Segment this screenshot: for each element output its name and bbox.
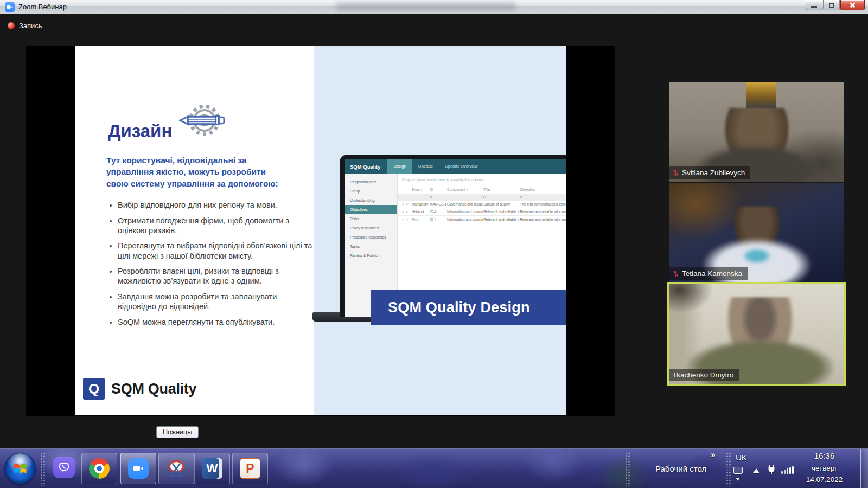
zoom-app-icon [5, 2, 15, 12]
powerpoint-letter: P [246, 461, 254, 476]
app-tab-operate: Operate [412, 159, 439, 174]
necklace [742, 248, 772, 264]
slide-title: Дизайн [108, 121, 172, 142]
close-icon [849, 2, 856, 9]
participant-name: Tkachenko Dmytro [672, 371, 733, 379]
language-menu-caret-icon[interactable] [736, 478, 740, 481]
recording-indicator[interactable]: Запись [8, 22, 42, 30]
clock-date: 14.07.2022 [799, 476, 850, 484]
check-icon: ✓ [406, 217, 411, 222]
slide-bullet: Розробляти власні цілі, ризики та відпов… [118, 266, 313, 286]
grid-row: > ✓ Mandatory MAN-GL-1 Governance and le… [398, 200, 566, 208]
powerpoint-icon: P [240, 458, 260, 479]
sqm-quality-logo: Q SQM Quality [83, 378, 196, 400]
hidden-icons-arrow[interactable] [753, 468, 760, 473]
slide-bullet: Отримати погодження фірми, щоб допомогти… [118, 216, 313, 235]
logo-text: SQM Quality [111, 381, 196, 397]
expander-icon: > [402, 210, 406, 214]
record-dot-icon [8, 22, 15, 29]
show-desktop-button[interactable] [860, 449, 868, 488]
app-brand: SQM Quality [345, 164, 387, 170]
clock-time: 16:36 [799, 451, 850, 460]
taskbar-grip[interactable] [726, 452, 731, 486]
start-button[interactable] [4, 453, 36, 484]
app-sidebar-item: Policy responses [345, 223, 397, 233]
logo-q-icon: Q [83, 378, 105, 400]
slide-banner-text: SQM Quality Design [371, 299, 530, 316]
tray-clock[interactable]: 16:36 четверг 14.07.2022 [799, 451, 850, 484]
video-tile-svitlana[interactable]: Svitlana Zubilevych [669, 82, 844, 182]
app-tab-design: Design [387, 159, 412, 174]
network-signal-icon[interactable] [781, 466, 794, 474]
taskbar-grip[interactable] [625, 452, 630, 486]
zoom-icon [128, 458, 149, 479]
slide-bullet: Переглянути та вибрати відповідні обов’я… [118, 241, 313, 260]
sort-icon: ▾ [420, 188, 422, 191]
expander-icon: > [402, 217, 406, 221]
toolbar-overflow-chevron[interactable]: » [711, 450, 716, 460]
minimize-icon [811, 6, 817, 8]
language-indicator[interactable]: UK [736, 453, 747, 462]
word-letter: W [207, 461, 218, 476]
slide-intro-text: Тут користувачі, відповідальні за управл… [106, 155, 289, 189]
minimize-button[interactable] [806, 0, 822, 10]
app-sidebar-item-active: Objectives [345, 205, 397, 214]
viber-icon [53, 457, 75, 478]
app-sidebar-item: Responsibilities [345, 177, 397, 187]
windows-flag-icon [13, 463, 27, 474]
col-id: ID [430, 188, 433, 191]
chrome-icon [89, 458, 110, 479]
clock-day: четверг [799, 464, 850, 472]
zoom-webinar-window: Zoom Вебинар Запись Дизайн [0, 0, 868, 488]
taskbar-item-snipping-tool[interactable] [158, 453, 194, 484]
keyboard-layout-icon[interactable] [733, 467, 743, 474]
mic-muted-icon [672, 169, 679, 176]
col-objective: Objective [520, 188, 534, 191]
app-sidebar-item: Understanding [345, 196, 397, 205]
slide-bullet-list: Вибір відповідного для них регіону та мо… [108, 200, 313, 332]
screen-share-area: Дизайн Тут користувачі, відповідальні за… [26, 46, 615, 416]
slide-bullet: Завдання можна розробити та запланувати … [118, 292, 313, 311]
app-header: SQM Quality Design Operate Operate Overv… [345, 159, 566, 174]
restore-icon [829, 3, 834, 8]
col-title: Title [483, 188, 490, 191]
taskbar-item-word[interactable]: W [194, 453, 230, 484]
slide-bullet: Вибір відповідного для них регіону та мо… [118, 200, 313, 210]
taskbar-item-zoom[interactable] [120, 453, 156, 484]
video-tile-tetiana[interactable]: Tetiana Kamenska [669, 183, 844, 282]
app-sidebar-item: Risks [345, 214, 397, 223]
close-button[interactable] [840, 0, 865, 10]
presentation-slide: Дизайн Тут користувачі, відповідальні за… [75, 46, 566, 415]
col-component: Component [447, 188, 465, 191]
snipping-tool-tooltip: Ножницы [156, 426, 199, 438]
app-tab-operate-overview: Operate Overview [439, 159, 483, 174]
recording-label: Запись [19, 22, 42, 30]
search-icon [483, 196, 486, 198]
desktop-toolbar[interactable]: Рабочий стол [655, 464, 706, 473]
restore-button[interactable] [823, 0, 840, 10]
taskbar-item-viber[interactable] [53, 457, 75, 478]
app-sidebar-item: Review & Publish [345, 251, 397, 260]
mic-muted-icon [672, 270, 679, 277]
sort-icon: ▾ [467, 188, 468, 191]
background-window-ghost [336, 2, 515, 11]
slide-bullet: SoQM можна переглянути та опублікувати. [118, 317, 313, 327]
search-icon [430, 196, 432, 198]
wall-picture [746, 82, 776, 109]
windows-taskbar: W P Рабочий стол » UK 16:36 четверг 14.0… [0, 448, 868, 488]
video-tile-tkachenko-active-speaker[interactable]: Tkachenko Dmytro [667, 282, 846, 386]
check-icon: ✓ [406, 202, 411, 207]
slide-banner: SQM Quality Design [371, 290, 566, 325]
expander-icon: > [402, 202, 406, 206]
gear-pencil-icon [176, 99, 228, 144]
taskbar-item-powerpoint[interactable]: P [232, 453, 268, 484]
app-sidebar-item: Procedure responses [345, 233, 397, 242]
scissors-icon [167, 459, 186, 478]
taskbar-grip[interactable] [40, 452, 46, 486]
power-plug-icon[interactable] [766, 464, 777, 475]
col-type: Type [412, 188, 419, 191]
taskbar-item-chrome[interactable] [81, 453, 117, 484]
grid-row: > ✓ Firm IC-4 Information and communicat… [398, 215, 566, 223]
grid-filter-row [398, 194, 566, 200]
app-sidebar-item: Setup [345, 187, 397, 196]
